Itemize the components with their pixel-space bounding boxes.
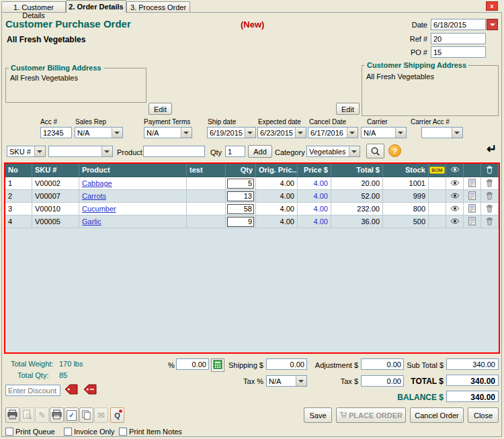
row-price[interactable]: 4.00 <box>314 205 328 213</box>
tab-process-order[interactable]: 3. Process Order <box>126 1 190 12</box>
product-link[interactable]: Carrots <box>82 192 106 200</box>
chevron-down-icon[interactable] <box>347 128 358 138</box>
tab-order-details[interactable]: 2. Order Details <box>66 0 126 13</box>
category-select[interactable]: Vegetables <box>306 146 360 157</box>
tab-customer-details[interactable]: 1. Customer Details <box>1 1 66 12</box>
acc-input[interactable] <box>40 127 72 138</box>
chevron-down-icon[interactable] <box>181 128 192 138</box>
carrier-acc-select[interactable] <box>421 127 463 138</box>
chevron-down-icon[interactable] <box>349 146 360 156</box>
sales-rep-select[interactable]: N/A <box>75 127 123 138</box>
row-notes-button[interactable] <box>464 203 481 215</box>
row-notes-button[interactable] <box>464 215 481 228</box>
row-test <box>187 190 226 203</box>
chevron-down-icon[interactable] <box>395 128 406 138</box>
item-select[interactable] <box>48 146 113 157</box>
preview-icon <box>22 409 32 421</box>
ref-input[interactable] <box>431 33 486 44</box>
trash-icon <box>486 191 493 201</box>
sales-rep-value: N/A <box>77 129 112 137</box>
row-delete-button[interactable] <box>481 177 499 190</box>
chevron-down-icon[interactable] <box>452 128 462 138</box>
chevron-down-icon[interactable] <box>112 128 122 138</box>
chevron-down-icon[interactable] <box>295 128 306 138</box>
discount-remove-tag-button[interactable] <box>83 383 97 397</box>
product-input[interactable] <box>143 146 205 157</box>
print-options-button[interactable]: ✓ <box>65 407 79 423</box>
qty-input[interactable] <box>225 146 245 157</box>
product-link[interactable]: Cabbage <box>82 179 112 187</box>
discount-tag-button[interactable] <box>65 383 79 397</box>
row-qty-input[interactable]: 13 <box>227 191 254 201</box>
signature-button[interactable]: ✎ <box>35 407 49 423</box>
total-qty-label: Total Qty: <box>17 371 48 379</box>
row-delete-button[interactable] <box>481 203 499 215</box>
print-preview-button[interactable] <box>20 407 34 423</box>
shipping-address-label: Customer Shipping Address <box>365 61 468 69</box>
return-icon[interactable]: ↵ <box>487 142 497 156</box>
row-view-button[interactable] <box>446 190 464 203</box>
expected-date-select[interactable]: 6/23/2015 <box>257 127 306 138</box>
row-view-button[interactable] <box>446 215 464 228</box>
sku-mode-select[interactable]: SKU # <box>7 146 46 157</box>
billing-address-value: All Fresh Vegetables <box>10 74 78 82</box>
adjustment-input[interactable] <box>361 358 404 370</box>
copy-order-button[interactable] <box>79 407 93 423</box>
chevron-down-icon[interactable] <box>296 376 306 386</box>
add-button[interactable]: Add <box>248 145 272 158</box>
print-labels-button[interactable] <box>50 407 64 423</box>
invoice-only-checkbox[interactable] <box>64 428 72 436</box>
row-qty-input[interactable]: 5 <box>227 179 254 189</box>
chevron-down-icon[interactable] <box>101 146 112 156</box>
quick-report-button[interactable]: Q <box>110 407 124 423</box>
row-view-button[interactable] <box>446 177 464 190</box>
row-price[interactable]: 4.00 <box>314 179 328 187</box>
checked-document-icon: ✓ <box>67 410 77 421</box>
print-queue-checkbox[interactable] <box>5 428 13 436</box>
discount-input[interactable] <box>5 385 60 396</box>
chevron-down-icon[interactable] <box>34 146 45 156</box>
row-view-button[interactable] <box>446 203 464 215</box>
date-picker-button[interactable] <box>487 19 498 30</box>
save-button[interactable]: Save <box>304 407 332 423</box>
cancel-date-select[interactable]: 6/17/2016 <box>308 127 358 138</box>
col-bom-header: BOM <box>429 164 446 177</box>
po-input[interactable] <box>431 46 486 58</box>
row-notes-button[interactable] <box>464 190 481 203</box>
shipping-amount-input[interactable] <box>266 358 307 370</box>
billing-address-label: Customer Billing Address <box>9 64 103 72</box>
cancel-order-button[interactable]: Cancel Order <box>410 407 464 423</box>
print-item-notes-checkbox[interactable] <box>119 428 127 436</box>
search-button[interactable] <box>366 144 384 158</box>
email-button[interactable]: ✉ <box>94 407 108 423</box>
row-qty-input[interactable]: 58 <box>227 204 254 214</box>
carrier-select[interactable]: N/A <box>361 127 407 138</box>
row-qty-input[interactable]: 9 <box>227 217 254 227</box>
tax-percent-select[interactable]: N/A <box>266 375 307 387</box>
row-price[interactable]: 4.00 <box>314 217 328 226</box>
close-window-button[interactable]: x <box>486 1 498 11</box>
chevron-down-icon[interactable] <box>245 128 255 138</box>
print-button[interactable] <box>5 407 19 423</box>
product-link[interactable]: Garlic <box>82 217 101 226</box>
payment-terms-select[interactable]: N/A <box>144 127 192 138</box>
row-delete-button[interactable] <box>481 190 499 203</box>
trash-icon <box>486 204 493 214</box>
product-link[interactable]: Cucumber <box>82 205 116 213</box>
row-no: 2 <box>5 190 32 203</box>
date-label: Date <box>403 21 427 29</box>
discount-percent-input[interactable] <box>176 358 209 370</box>
billing-edit-button[interactable]: Edit <box>149 103 172 115</box>
close-button[interactable]: Close <box>468 407 499 423</box>
row-test <box>187 177 226 190</box>
ship-date-select[interactable]: 6/19/2015 <box>207 127 256 138</box>
row-delete-button[interactable] <box>481 215 499 228</box>
row-notes-button[interactable] <box>464 177 481 190</box>
row-price[interactable]: 4.00 <box>314 192 328 200</box>
help-button[interactable]: ? <box>388 144 401 157</box>
search-icon <box>370 150 380 158</box>
row-sku: V00010 <box>32 203 79 215</box>
shipping-edit-button[interactable]: Edit <box>336 103 360 115</box>
date-input[interactable] <box>431 19 486 30</box>
place-order-button[interactable]: PLACE ORDER <box>336 407 406 423</box>
